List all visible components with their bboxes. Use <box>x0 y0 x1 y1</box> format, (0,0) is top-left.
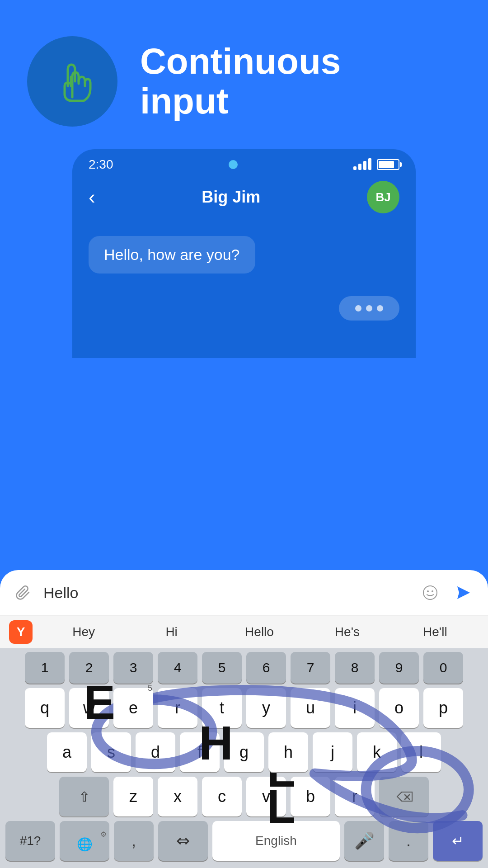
send-button[interactable] <box>450 579 477 606</box>
key-2[interactable]: 2 <box>69 652 109 684</box>
yandex-logo: Y <box>9 620 33 644</box>
shift-key[interactable]: ⇧ <box>59 777 109 816</box>
header-section: Continuous input <box>0 0 488 145</box>
comma-key[interactable]: , <box>114 821 154 861</box>
keys-area: 1 2 3 4 5 6 7 8 9 0 q w e 5 r t y u i o … <box>0 648 488 868</box>
key-q[interactable]: q <box>25 688 65 728</box>
key-c[interactable]: c <box>202 777 242 816</box>
suggestion-hell[interactable]: He'll <box>391 621 479 643</box>
key-p[interactable]: p <box>423 688 463 728</box>
space-key[interactable]: English <box>212 821 340 861</box>
typing-dot-1 <box>355 305 361 311</box>
key-row-1: q w e 5 r t y u i o p <box>5 688 483 728</box>
emoji-button[interactable] <box>418 580 443 605</box>
key-o[interactable]: o <box>379 688 419 728</box>
battery-icon <box>377 159 399 170</box>
typing-dot-3 <box>377 305 383 311</box>
key-r[interactable]: r <box>158 688 197 728</box>
key-row-2: a s d f g h j k l <box>5 732 483 772</box>
gear-icon: ⚙ <box>100 830 107 839</box>
hand-icon <box>43 52 102 111</box>
suggestion-hi[interactable]: Hi <box>127 621 215 643</box>
key-a[interactable]: a <box>47 732 87 772</box>
status-right <box>353 159 399 170</box>
input-field[interactable]: Hello <box>43 584 410 602</box>
sym-key[interactable]: #1? <box>5 821 55 861</box>
phone-mockup: 2:30 ‹ Big Jim BJ Hello, how are you? <box>72 149 416 358</box>
header-title: Continuous input <box>140 42 341 121</box>
key-w[interactable]: w <box>69 688 109 728</box>
key-y[interactable]: y <box>246 688 286 728</box>
key-4[interactable]: 4 <box>158 652 197 684</box>
key-6[interactable]: 6 <box>246 652 286 684</box>
chat-contact-name: Big Jim <box>202 188 260 207</box>
key-s[interactable]: s <box>91 732 131 772</box>
svg-point-0 <box>423 586 437 599</box>
typing-dot-2 <box>366 305 372 311</box>
key-g[interactable]: g <box>224 732 264 772</box>
key-b[interactable]: b <box>291 777 330 816</box>
status-time: 2:30 <box>89 157 113 172</box>
keyboard-container: Hello Y Hey Hi Hello He's He'll <box>0 570 488 868</box>
key-9[interactable]: 9 <box>379 652 419 684</box>
key-1[interactable]: 1 <box>25 652 65 684</box>
number-row: 1 2 3 4 5 6 7 8 9 0 <box>5 652 483 684</box>
key-x[interactable]: x <box>158 777 197 816</box>
enter-key[interactable]: ↵ <box>433 821 483 861</box>
received-message: Hello, how are you? <box>89 236 255 274</box>
svg-point-1 <box>427 590 429 592</box>
key-5[interactable]: 5 <box>202 652 242 684</box>
key-d[interactable]: d <box>136 732 175 772</box>
hand-icon-container <box>27 36 117 127</box>
key-k[interactable]: k <box>357 732 397 772</box>
signal-icon <box>353 159 371 170</box>
key-t[interactable]: t <box>202 688 242 728</box>
key-7[interactable]: 7 <box>291 652 330 684</box>
back-button[interactable]: ‹ <box>89 186 95 208</box>
svg-point-2 <box>432 590 433 592</box>
key-h[interactable]: h <box>268 732 308 772</box>
globe-key[interactable]: ⚙ 🌐 <box>60 821 109 861</box>
key-l[interactable]: l <box>401 732 441 772</box>
attach-button[interactable] <box>11 580 36 605</box>
key-0[interactable]: 0 <box>423 652 463 684</box>
key-e[interactable]: e 5 <box>113 688 153 728</box>
backspace-key[interactable] <box>379 777 429 816</box>
typing-indicator <box>339 296 399 321</box>
key-f[interactable]: f <box>180 732 220 772</box>
chat-area: Hello, how are you? <box>72 222 416 358</box>
avatar: BJ <box>367 181 399 213</box>
period-key[interactable]: . <box>389 821 428 861</box>
mic-key[interactable]: 🎤 <box>344 821 384 861</box>
key-j[interactable]: j <box>313 732 352 772</box>
key-z[interactable]: z <box>113 777 153 816</box>
input-bar: Hello <box>0 570 488 616</box>
key-r2[interactable]: r <box>335 777 375 816</box>
status-center-dot <box>229 160 238 169</box>
key-u[interactable]: u <box>291 688 330 728</box>
globe-icon: 🌐 <box>77 837 93 852</box>
bottom-row: #1? ⚙ 🌐 , ⇔ English 🎤 . ↵ <box>5 821 483 861</box>
key-row-3: ⇧ z x c v b r <box>5 777 483 816</box>
suggestion-hello[interactable]: Hello <box>216 621 303 643</box>
cursor-move-key[interactable]: ⇔ <box>158 821 208 861</box>
suggestion-hey[interactable]: Hey <box>40 621 127 643</box>
key-i[interactable]: i <box>335 688 375 728</box>
key-8[interactable]: 8 <box>335 652 375 684</box>
key-3[interactable]: 3 <box>113 652 153 684</box>
status-bar: 2:30 <box>72 149 416 176</box>
svg-marker-3 <box>457 586 470 599</box>
key-v[interactable]: v <box>246 777 286 816</box>
suggestion-hes[interactable]: He's <box>303 621 391 643</box>
suggestions-bar: Y Hey Hi Hello He's He'll <box>0 616 488 648</box>
chat-header: ‹ Big Jim BJ <box>72 176 416 222</box>
